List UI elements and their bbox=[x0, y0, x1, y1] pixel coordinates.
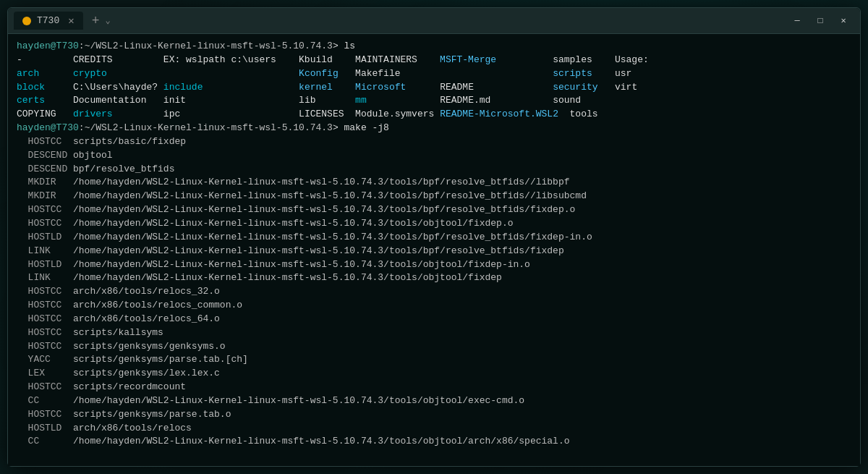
make-line-4: MKDIR /home/hayden/WSL2-Linux-Kernel-lin… bbox=[17, 176, 851, 190]
ls-row-5: COPYING drivers ipc LICENSES Module.symv… bbox=[17, 108, 851, 122]
make-line-9: LINK /home/hayden/WSL2-Linux-Kernel-linu… bbox=[17, 245, 851, 258]
make-line-15: HOSTCC scripts/kallsyms bbox=[17, 326, 851, 340]
prompt-line-2: hayden@T730:~/WSL2-Linux-Kernel-linux-ms… bbox=[17, 122, 851, 135]
ls-row-4: certs Documentation init lib mm README.m… bbox=[17, 94, 851, 108]
make-line-19: HOSTCC scripts/recordmcount bbox=[17, 381, 851, 394]
make-line-13: HOSTCC arch/x86/tools/relocs_common.o bbox=[17, 299, 851, 313]
make-line-3: DESCEND bpf/resolve_btfids bbox=[17, 163, 851, 177]
prompt-line-1: hayden@T730:~/WSL2-Linux-Kernel-linux-ms… bbox=[17, 40, 851, 54]
tab-t730[interactable]: T730 ✕ bbox=[14, 12, 83, 30]
maximize-button[interactable]: □ bbox=[809, 11, 831, 31]
tab-label: T730 bbox=[37, 15, 59, 26]
make-line-1: HOSTCC scripts/basic/fixdep bbox=[17, 135, 851, 149]
window-controls: ─ □ ✕ bbox=[786, 11, 854, 31]
tab-dropdown-button[interactable]: ⌄ bbox=[105, 15, 110, 26]
make-line-17: YACC scripts/genksyms/parse.tab.[ch] bbox=[17, 353, 851, 367]
make-line-14: HOSTCC arch/x86/tools/relocs_64.o bbox=[17, 313, 851, 326]
ls-row-3: block C:\Users\hayde? include kernel Mic… bbox=[17, 81, 851, 95]
titlebar: T730 ✕ + ⌄ ─ □ ✕ bbox=[8, 8, 860, 34]
make-line-7: HOSTCC /home/hayden/WSL2-Linux-Kernel-li… bbox=[17, 217, 851, 231]
terminal-window: T730 ✕ + ⌄ ─ □ ✕ hayden@T730:~/WSL2-Linu… bbox=[7, 7, 861, 467]
ls-row-2: arch crypto Kconfig Makefile scripts usr bbox=[17, 67, 851, 81]
make-line-5: MKDIR /home/hayden/WSL2-Linux-Kernel-lin… bbox=[17, 190, 851, 203]
make-line-2: DESCEND objtool bbox=[17, 149, 851, 163]
make-line-11: LINK /home/hayden/WSL2-Linux-Kernel-linu… bbox=[17, 271, 851, 285]
tab-icon bbox=[22, 17, 31, 25]
tab-close-button[interactable]: ✕ bbox=[68, 14, 74, 27]
make-line-22: HOSTLD arch/x86/tools/relocs bbox=[17, 422, 851, 436]
make-line-12: HOSTCC arch/x86/tools/relocs_32.o bbox=[17, 285, 851, 299]
make-line-6: HOSTCC /home/hayden/WSL2-Linux-Kernel-li… bbox=[17, 203, 851, 217]
make-line-16: HOSTCC scripts/genksyms/genksyms.o bbox=[17, 340, 851, 354]
make-line-21: HOSTCC scripts/genksyms/parse.tab.o bbox=[17, 408, 851, 422]
close-button[interactable]: ✕ bbox=[833, 11, 854, 31]
make-line-23: CC /home/hayden/WSL2-Linux-Kernel-linux-… bbox=[17, 435, 851, 449]
minimize-button[interactable]: ─ bbox=[786, 11, 808, 31]
make-line-18: LEX scripts/genksyms/lex.lex.c bbox=[17, 367, 851, 381]
make-line-20: CC /home/hayden/WSL2-Linux-Kernel-linux-… bbox=[17, 394, 851, 408]
ls-row-1: - CREDITS EX: wslpath c:\users Kbuild MA… bbox=[17, 54, 851, 67]
make-line-8: HOSTLD /home/hayden/WSL2-Linux-Kernel-li… bbox=[17, 231, 851, 245]
make-line-10: HOSTLD /home/hayden/WSL2-Linux-Kernel-li… bbox=[17, 258, 851, 272]
new-tab-button[interactable]: + bbox=[86, 14, 106, 28]
terminal-output[interactable]: hayden@T730:~/WSL2-Linux-Kernel-linux-ms… bbox=[8, 34, 860, 466]
